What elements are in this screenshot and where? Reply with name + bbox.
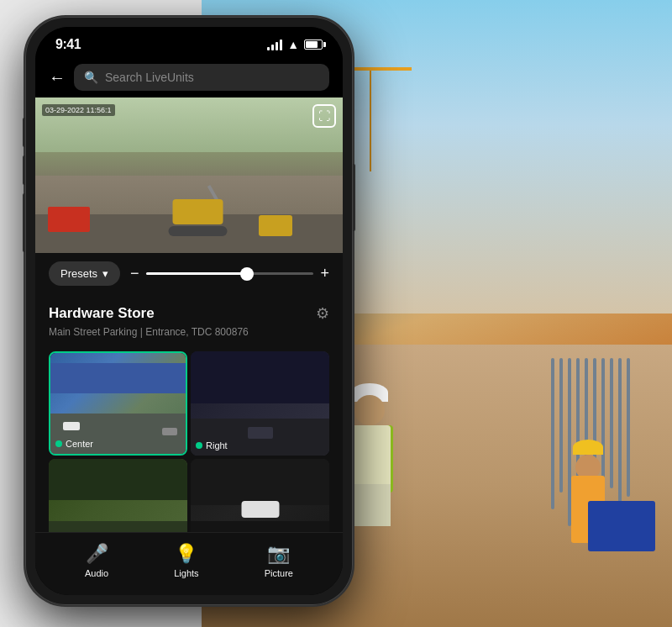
parking-building — [50, 363, 186, 393]
location-detail: Main Street Parking | Entrance, TDC 8008… — [49, 326, 329, 338]
nav-picture[interactable]: 📷 Picture — [265, 543, 293, 578]
parking-car-2 — [162, 428, 177, 435]
volume-down-button — [23, 193, 25, 252]
volume-silent-button — [23, 118, 25, 147]
volume-up-button — [23, 155, 25, 185]
search-icon: 🔍 — [84, 71, 98, 84]
signal-bar-1 — [267, 47, 270, 50]
location-sublabel1: Main Street Parking — [49, 326, 137, 338]
nav-lights[interactable]: 💡 Lights — [174, 543, 198, 578]
camera-timestamp: 03-29-2022 11:56:1 — [42, 104, 115, 116]
status-icons: ▲ — [267, 38, 323, 51]
battery-icon — [304, 40, 323, 50]
location-header: Hardware Store ⚙ — [49, 304, 329, 323]
lights-icon: 💡 — [175, 543, 197, 565]
signal-bar-4 — [280, 40, 282, 50]
expand-button[interactable]: ⛶ — [312, 104, 336, 128]
picture-label: Picture — [265, 568, 293, 578]
settings-button[interactable]: ⚙ — [316, 304, 329, 323]
camera-thumb-right[interactable]: Right — [191, 351, 329, 456]
presets-arrow: ▾ — [102, 267, 108, 280]
audio-icon: 🎤 — [86, 543, 108, 565]
left-cam-bg — [49, 459, 187, 501]
slider-thumb[interactable] — [240, 267, 254, 281]
slider-plus-icon[interactable]: + — [320, 265, 329, 282]
signal-bar-3 — [276, 42, 278, 50]
battery-fill — [306, 41, 318, 48]
camera-center-label: Center — [55, 439, 93, 449]
camera-thumb-center[interactable]: Center — [49, 351, 187, 456]
location-info: Hardware Store ⚙ Main Street Parking | E… — [35, 294, 343, 345]
controls-row: Presets ▾ − + — [35, 253, 343, 294]
camera-center-name: Center — [66, 439, 93, 449]
presets-label: Presets — [60, 267, 97, 280]
camera-right-label: Right — [196, 440, 228, 450]
main-camera-feed: 03-29-2022 11:56:1 ⛶ — [35, 97, 343, 253]
phone-device: 9:41 ▲ ← 🔍 — [25, 17, 353, 605]
camera-right-dot — [196, 442, 202, 449]
status-time: 9:41 — [55, 37, 81, 52]
back-button[interactable]: ← — [49, 68, 66, 87]
camera-right-name: Right — [206, 440, 228, 450]
container-box — [588, 501, 655, 551]
search-input-wrapper[interactable]: 🔍 Search LiveUnits — [74, 64, 329, 91]
right-cam-sky — [191, 351, 329, 403]
crane-cable — [370, 71, 371, 171]
slider-track[interactable] — [146, 272, 314, 275]
bottom-navigation: 🎤 Audio 💡 Lights 📷 Picture — [35, 532, 343, 595]
cam-container — [48, 207, 90, 232]
lights-label: Lights — [174, 568, 198, 578]
camera-background — [35, 97, 343, 253]
power-button — [353, 164, 355, 231]
search-bar: ← 🔍 Search LiveUnits — [35, 57, 343, 97]
parking-car-1 — [63, 422, 80, 430]
location-separator: | — [140, 326, 143, 338]
thermal-car-shape — [241, 501, 279, 518]
presets-button[interactable]: Presets ▾ — [49, 261, 120, 286]
cam-machine — [259, 215, 292, 236]
nav-audio[interactable]: 🎤 Audio — [85, 543, 108, 578]
slider-fill — [146, 272, 247, 275]
phone-notch — [139, 27, 239, 50]
search-placeholder: Search LiveUnits — [105, 71, 194, 84]
brightness-slider[interactable]: − + — [130, 265, 329, 282]
picture-icon: 📷 — [267, 543, 290, 565]
expand-icon: ⛶ — [318, 109, 330, 123]
cam-excavator — [173, 199, 228, 236]
thermal-sky — [191, 459, 329, 506]
signal-bar-2 — [271, 45, 274, 50]
slider-minus-icon[interactable]: − — [130, 265, 139, 282]
right-cam-car — [248, 427, 273, 439]
audio-label: Audio — [85, 568, 108, 578]
location-sublabel2: Entrance, TDC 800876 — [145, 326, 249, 338]
phone-screen: 9:41 ▲ ← 🔍 — [35, 27, 343, 595]
wifi-icon: ▲ — [287, 38, 299, 51]
signal-icon — [267, 40, 282, 50]
location-name: Hardware Store — [49, 305, 155, 322]
camera-active-dot — [55, 440, 62, 447]
